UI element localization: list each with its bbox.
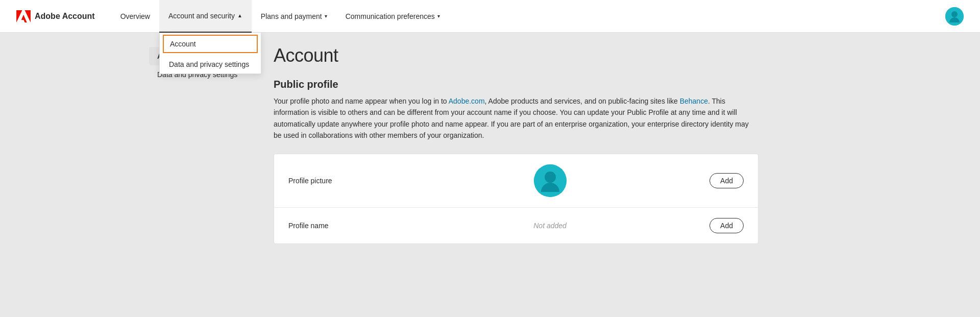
profile-card: Profile picture Add Profile nam — [274, 154, 758, 244]
public-profile-description: Your profile photo and name appear when … — [274, 95, 758, 141]
nav-item-overview[interactable]: Overview — [111, 0, 159, 33]
chevron-up-icon: ▲ — [237, 13, 242, 18]
avatar-icon — [945, 7, 964, 26]
nav-dropdown-account-security: Account and security ▲ Account Data and … — [159, 0, 252, 33]
add-profile-picture-button[interactable]: Add — [709, 173, 744, 188]
adobe-link[interactable]: Adobe.com — [449, 97, 485, 105]
page-title: Account — [274, 45, 819, 66]
profile-name-value: Not added — [390, 222, 709, 230]
svg-point-1 — [951, 11, 958, 17]
main-content: Account Public profile Your profile phot… — [261, 45, 831, 244]
dropdown-item-account[interactable]: Account — [163, 35, 258, 53]
profile-picture-row: Profile picture Add — [274, 154, 758, 208]
svg-point-3 — [545, 172, 556, 183]
adobe-logo[interactable]: Adobe Account — [16, 10, 95, 22]
add-profile-name-button[interactable]: Add — [709, 218, 744, 233]
header: Adobe Account Overview Account and secur… — [0, 0, 980, 33]
account-security-dropdown: Account Data and privacy settings — [159, 33, 261, 74]
profile-name-placeholder: Not added — [533, 222, 567, 230]
behance-link[interactable]: Behance — [680, 97, 708, 105]
profile-picture-action: Add — [709, 173, 744, 188]
user-avatar[interactable] — [945, 7, 964, 26]
profile-picture-label: Profile picture — [288, 177, 390, 185]
nav-item-plans-payment[interactable]: Plans and payment ▾ — [252, 0, 336, 33]
dropdown-item-data-privacy[interactable]: Data and privacy settings — [160, 55, 261, 74]
profile-name-action: Add — [709, 218, 744, 233]
nav-item-communication[interactable]: Communication preferences ▾ — [336, 0, 449, 33]
public-profile-title: Public profile — [274, 79, 819, 90]
profile-avatar — [534, 164, 567, 197]
adobe-icon — [16, 10, 31, 22]
sidebar: Account Data and privacy settings — [149, 45, 261, 244]
header-nav: Overview Account and security ▲ Account … — [111, 0, 945, 33]
profile-picture-value — [390, 164, 709, 197]
profile-name-row: Profile name Not added Add — [274, 208, 758, 243]
brand-name: Adobe Account — [35, 12, 95, 21]
chevron-down-icon-plans: ▾ — [325, 13, 327, 19]
chevron-down-icon-comm: ▾ — [437, 13, 440, 19]
nav-item-account-security[interactable]: Account and security ▲ — [159, 0, 252, 33]
avatar-large-icon — [534, 164, 567, 197]
profile-name-label: Profile name — [288, 222, 390, 230]
